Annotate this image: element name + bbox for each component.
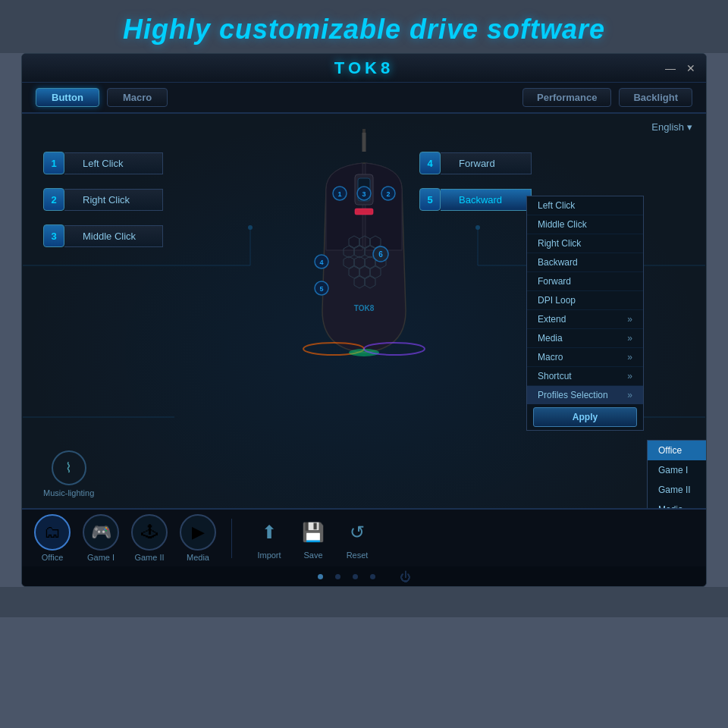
left-click-btn[interactable]: Left Click: [64, 152, 163, 174]
svg-text:TOK8: TOK8: [354, 304, 375, 312]
button-row-3: 3 Middle Click: [43, 224, 163, 247]
import-action[interactable]: ⬆ Import: [253, 516, 285, 560]
dropdown-item-dpi[interactable]: DPI Loop: [527, 291, 643, 310]
media-label: Media: [187, 553, 209, 562]
middle-click-btn[interactable]: Middle Click: [64, 225, 163, 247]
dropdown-item-forward[interactable]: Forward: [527, 272, 643, 291]
media-arrow: »: [627, 333, 632, 344]
profile-game2[interactable]: Game II: [648, 480, 706, 500]
nav-tabs-right: Performance Backlight: [522, 88, 692, 107]
profile-game2-icon[interactable]: 🕹 Game II: [131, 514, 168, 562]
button-row-2: 2 Right Click: [43, 188, 163, 211]
extend-arrow: »: [627, 314, 632, 325]
main-content: English ▾ 1 Left Click 2 Right Click 3 M…: [22, 114, 706, 508]
dot-3: [353, 574, 358, 579]
dot-2: [335, 574, 340, 579]
close-button[interactable]: ✕: [686, 62, 695, 74]
nav-tabs: Button Macro Performance Backlight: [22, 83, 706, 114]
music-lighting-label: Music-lighting: [43, 488, 94, 497]
tab-macro[interactable]: Macro: [107, 88, 168, 107]
mouse-illustration: 6 TOK8 1 2 3 4: [288, 129, 440, 402]
btn-num-1: 1: [43, 152, 64, 174]
profiles-arrow: »: [627, 390, 632, 400]
header-title: Highly customizable drive software: [123, 14, 605, 45]
profile-media[interactable]: Media: [648, 500, 706, 508]
svg-text:4: 4: [319, 259, 323, 266]
header-banner: Highly customizable drive software: [0, 0, 728, 53]
svg-text:1: 1: [337, 190, 341, 198]
svg-point-7: [475, 225, 480, 230]
game1-label: Game I: [87, 553, 115, 562]
reset-action[interactable]: ↺ Reset: [341, 516, 373, 560]
dropdown-item-right-click[interactable]: Right Click: [527, 234, 643, 253]
right-click-btn[interactable]: Right Click: [64, 189, 163, 211]
dropdown-item-profiles[interactable]: Profiles Selection »: [527, 386, 643, 404]
svg-text:2: 2: [386, 190, 390, 198]
save-action[interactable]: 💾 Save: [297, 516, 329, 560]
office-label: Office: [42, 553, 64, 562]
button-row-1: 1 Left Click: [43, 152, 163, 174]
status-bar: ⏻: [22, 566, 706, 586]
brand-logo: TOK8: [334, 58, 394, 78]
svg-rect-14: [355, 209, 373, 215]
forward-btn[interactable]: Forward: [441, 152, 532, 174]
save-label: Save: [303, 551, 322, 560]
power-icon: ⏻: [400, 570, 411, 583]
music-lighting-icon[interactable]: ⌇: [52, 450, 86, 485]
backward-btn[interactable]: Backward: [441, 189, 532, 211]
macro-arrow: »: [627, 352, 632, 362]
app-window: TOK8 — ✕ Button Macro Performance Backli…: [21, 53, 707, 587]
profiles-sub-dropdown: Office Game I Game II Media: [647, 440, 706, 508]
apply-button[interactable]: Apply: [533, 407, 637, 427]
profile-office-icon[interactable]: 🗂 Office: [34, 514, 71, 562]
profile-game1[interactable]: Game I: [648, 460, 706, 480]
bottom-toolbar: 🗂 Office 🎮 Game I 🕹 Game II ▶ Media: [22, 508, 706, 566]
import-label: Import: [257, 551, 281, 560]
toolbar-separator: [231, 519, 232, 558]
profile-media-icon[interactable]: ▶ Media: [180, 514, 216, 562]
svg-text:6: 6: [378, 250, 383, 259]
right-button-row-4: 4 Forward: [419, 152, 532, 174]
tab-backlight[interactable]: Backlight: [619, 88, 692, 107]
tab-button[interactable]: Button: [36, 88, 99, 107]
right-button-row-5: 5 Backward: [419, 188, 532, 211]
page-footer: [0, 587, 728, 617]
svg-point-6: [248, 225, 253, 230]
language-arrow: ▾: [687, 121, 692, 133]
dot-1: [318, 574, 323, 579]
reset-label: Reset: [347, 551, 369, 560]
title-bar: TOK8 — ✕: [22, 54, 706, 83]
right-btn-num-5: 5: [419, 188, 441, 211]
dropdown-item-shortcut[interactable]: Shortcut »: [527, 367, 643, 386]
profile-office[interactable]: Office: [648, 441, 706, 460]
minimize-button[interactable]: —: [665, 62, 676, 74]
dropdown-menu: Left Click Middle Click Right Click Back…: [526, 196, 644, 431]
svg-text:5: 5: [319, 285, 323, 293]
dropdown-item-extend[interactable]: Extend »: [527, 310, 643, 329]
shortcut-arrow: »: [627, 371, 632, 381]
dot-4: [370, 574, 375, 579]
btn-num-3: 3: [43, 224, 64, 247]
left-buttons-panel: 1 Left Click 2 Right Click 3 Middle Clic…: [43, 152, 163, 247]
dropdown-item-left-click[interactable]: Left Click: [527, 196, 643, 215]
title-bar-controls: — ✕: [665, 62, 695, 74]
right-buttons-panel: 4 Forward 5 Backward: [419, 152, 532, 211]
svg-text:3: 3: [362, 190, 366, 198]
game2-label: Game II: [134, 553, 164, 562]
tab-performance[interactable]: Performance: [522, 88, 611, 107]
dropdown-item-media[interactable]: Media »: [527, 329, 643, 348]
dropdown-item-macro[interactable]: Macro »: [527, 348, 643, 367]
music-lighting-section: ⌇ Music-lighting: [43, 450, 94, 497]
btn-num-2: 2: [43, 188, 64, 211]
right-btn-num-4: 4: [419, 152, 441, 174]
profile-game1-icon[interactable]: 🎮 Game I: [83, 514, 119, 562]
language-selector[interactable]: English ▾: [651, 121, 692, 133]
dropdown-item-backward[interactable]: Backward: [527, 253, 643, 272]
dropdown-item-middle-click[interactable]: Middle Click: [527, 215, 643, 234]
